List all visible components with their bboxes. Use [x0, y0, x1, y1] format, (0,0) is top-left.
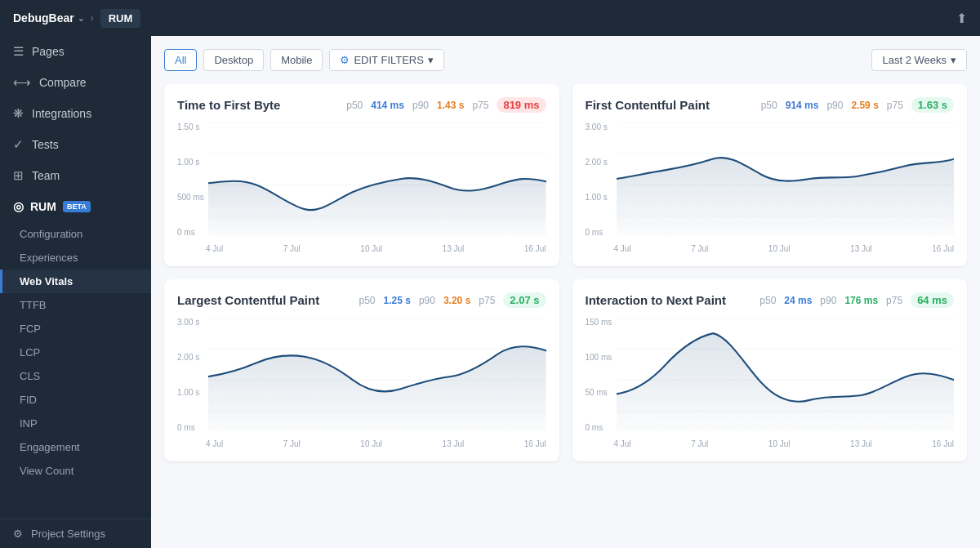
breadcrumb-chevron: › — [91, 12, 94, 24]
share-icon[interactable]: ⬆ — [956, 11, 967, 26]
x-label: 16 Jul — [932, 244, 954, 253]
y-label: 1.00 s — [177, 158, 204, 167]
x-labels-fcp: 4 Jul7 Jul10 Jul13 Jul16 Jul — [614, 244, 955, 253]
p90-label: p90 — [820, 295, 836, 306]
p90-value: 2.59 s — [851, 100, 878, 111]
chart-inner-inp — [617, 318, 955, 430]
chart-svg-ttfb — [208, 123, 546, 235]
p50-value: 24 ms — [784, 295, 812, 306]
sidebar-sub-item-web-vitals[interactable]: Web Vitals — [0, 270, 151, 293]
sidebar-sub-item-engagement[interactable]: Engagement — [0, 435, 151, 459]
tests-icon: ✓ — [13, 137, 24, 152]
chart-area-ttfb: 1.50 s1.00 s500 ms0 ms — [177, 123, 546, 253]
chart-area-inp: 150 ms100 ms50 ms0 ms — [586, 318, 955, 448]
y-label: 1.50 s — [177, 123, 204, 131]
chart-header-inp: Interaction to Next Paint p50 24 ms p90 … — [586, 292, 955, 308]
x-label: 16 Jul — [524, 244, 546, 253]
x-label: 7 Jul — [283, 439, 301, 448]
filter-desktop[interactable]: Desktop — [203, 49, 264, 71]
y-label: 3.00 s — [586, 123, 608, 131]
date-range-button[interactable]: Last 2 Weeks ▾ — [871, 49, 967, 71]
chart-title-ttfb: Time to First Byte — [177, 98, 280, 112]
sidebar-item-integrations[interactable]: ❋ Integrations — [0, 98, 151, 129]
filter-mobile[interactable]: Mobile — [270, 49, 323, 71]
p90-label: p90 — [412, 100, 429, 111]
x-labels-ttfb: 4 Jul7 Jul10 Jul13 Jul16 Jul — [206, 244, 546, 253]
sidebar-sub-item-fid[interactable]: FID — [0, 388, 151, 412]
sidebar-sub-item-lcp[interactable]: LCP — [0, 341, 151, 364]
sidebar-bottom: ⚙ Project Settings — [0, 519, 151, 548]
sidebar-sub-item-inp[interactable]: INP — [0, 412, 151, 435]
p50-value: 414 ms — [371, 100, 404, 111]
x-label: 13 Jul — [850, 439, 872, 448]
project-settings-label: Project Settings — [31, 528, 105, 540]
x-label: 10 Jul — [768, 439, 791, 448]
x-label: 4 Jul — [206, 439, 223, 448]
rum-label: RUM — [30, 200, 56, 213]
x-label: 10 Jul — [768, 244, 791, 253]
x-labels-inp: 4 Jul7 Jul10 Jul13 Jul16 Jul — [614, 439, 955, 448]
brand[interactable]: DebugBear ⌄ — [13, 11, 84, 25]
sidebar-sub-item-experiences[interactable]: Experiences — [0, 246, 151, 270]
chart-stats-inp: p50 24 ms p90 176 ms p75 64 ms — [760, 292, 954, 308]
x-label: 7 Jul — [691, 439, 708, 448]
edit-filters-label: EDIT FILTERS — [354, 54, 423, 66]
sidebar-item-tests[interactable]: ✓ Tests — [0, 129, 151, 160]
sidebar-sub-item-ttfb[interactable]: TTFB — [0, 293, 151, 317]
y-label: 500 ms — [177, 193, 204, 202]
sidebar-item-project-settings[interactable]: ⚙ Project Settings — [0, 519, 151, 548]
y-label: 0 ms — [586, 423, 612, 432]
p50-value: 1.25 s — [384, 295, 411, 306]
filter-all[interactable]: All — [164, 49, 197, 71]
chart-inner-lcp — [208, 318, 546, 430]
y-label: 1.00 s — [586, 193, 608, 202]
y-labels-ttfb: 1.50 s1.00 s500 ms0 ms — [177, 123, 204, 253]
x-label: 4 Jul — [614, 244, 631, 253]
integrations-icon: ❋ — [13, 106, 24, 121]
y-labels-fcp: 3.00 s2.00 s1.00 s0 ms — [586, 123, 608, 253]
x-labels-lcp: 4 Jul7 Jul10 Jul13 Jul16 Jul — [206, 439, 546, 448]
sidebar-item-team[interactable]: ⊞ Team — [0, 160, 151, 191]
chart-header-lcp: Largest Contentful Paint p50 1.25 s p90 … — [177, 292, 546, 308]
y-label: 100 ms — [586, 353, 612, 362]
chart-stats-lcp: p50 1.25 s p90 3.20 s p75 2.07 s — [359, 292, 546, 308]
sidebar: ☰ Pages ⟷ Compare ❋ Integrations ✓ Tests… — [0, 36, 151, 548]
chart-inner-fcp — [617, 123, 955, 235]
sidebar-item-compare[interactable]: ⟷ Compare — [0, 67, 151, 98]
chart-card-ttfb: Time to First Byte p50 414 ms p90 1.43 s… — [164, 84, 559, 266]
chart-svg-inp — [617, 318, 955, 430]
p90-value: 3.20 s — [443, 295, 470, 306]
rum-badge: BETA — [63, 201, 91, 212]
chart-title-fcp: First Contentful Paint — [586, 98, 710, 112]
y-label: 0 ms — [586, 228, 608, 237]
sidebar-sub-item-fcp[interactable]: FCP — [0, 317, 151, 341]
p75-label: p75 — [887, 100, 903, 111]
chart-stats-ttfb: p50 414 ms p90 1.43 s p75 819 ms — [346, 97, 546, 113]
y-label: 2.00 s — [586, 158, 608, 167]
sidebar-sub-item-cls[interactable]: CLS — [0, 364, 151, 388]
x-label: 4 Jul — [206, 244, 223, 253]
p75-badge: 819 ms — [497, 97, 546, 113]
y-label: 50 ms — [586, 388, 612, 397]
edit-filters-button[interactable]: ⚙ EDIT FILTERS ▾ — [329, 49, 443, 71]
sidebar-compare-label: Compare — [39, 76, 87, 89]
p50-label: p50 — [760, 295, 776, 306]
sidebar-sub-item-view-count[interactable]: View Count — [0, 459, 151, 483]
sidebar-sub-item-configuration[interactable]: Configuration — [0, 222, 151, 246]
p50-label: p50 — [359, 295, 376, 306]
chart-title-lcp: Largest Contentful Paint — [177, 293, 319, 307]
chart-inner-ttfb — [208, 123, 546, 235]
x-label: 10 Jul — [360, 244, 382, 253]
sidebar-tests-label: Tests — [32, 138, 59, 151]
x-label: 13 Jul — [850, 244, 872, 253]
sidebar-integrations-label: Integrations — [32, 107, 91, 120]
sidebar-item-rum[interactable]: ◎ RUM BETA — [0, 191, 151, 222]
chart-area-lcp: 3.00 s2.00 s1.00 s0 ms — [177, 318, 546, 448]
p75-label: p75 — [479, 295, 495, 306]
x-label: 16 Jul — [524, 439, 546, 448]
p50-label: p50 — [346, 100, 363, 111]
p75-badge: 2.07 s — [503, 292, 546, 308]
date-range-chevron-icon: ▾ — [951, 54, 956, 66]
sidebar-item-pages[interactable]: ☰ Pages — [0, 36, 151, 67]
chart-header-ttfb: Time to First Byte p50 414 ms p90 1.43 s… — [177, 97, 546, 113]
